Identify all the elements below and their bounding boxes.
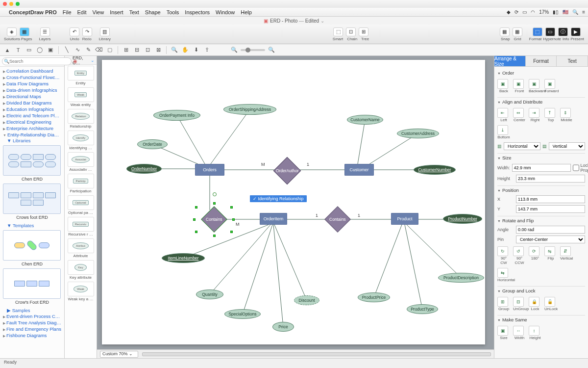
angle-input[interactable] bbox=[516, 226, 585, 234]
attribute[interactable]: ProductPrice bbox=[358, 292, 390, 302]
upload-icon[interactable]: ◆ bbox=[507, 9, 511, 15]
present-button[interactable]: ▶ bbox=[571, 27, 581, 36]
tree-item[interactable]: ▶Fault Tree Analysis Diagrams bbox=[0, 319, 64, 326]
group-tool[interactable]: ⊡ bbox=[143, 46, 152, 54]
flip-v-button[interactable]: ⇵ bbox=[560, 246, 571, 256]
lock-prop-checkbox[interactable] bbox=[573, 164, 579, 172]
selection-handle[interactable] bbox=[195, 206, 197, 209]
order-front-button[interactable]: ▣ bbox=[513, 79, 524, 89]
zoom-out-btn[interactable]: 🔍 bbox=[230, 46, 239, 54]
solutions-tree[interactable]: ▶Correlation Dashboard▶Cross-Functional … bbox=[0, 67, 64, 358]
tree-item-erd[interactable]: ▼Entity-Relationship Diagram bbox=[0, 131, 64, 138]
tree-item[interactable]: ▶Data Flow Diagrams bbox=[0, 80, 64, 87]
entity-orders[interactable]: Orders bbox=[195, 164, 224, 176]
line-tool[interactable]: ╲ bbox=[62, 46, 71, 54]
redo-button[interactable]: ↷ bbox=[82, 27, 92, 36]
selection-handle[interactable] bbox=[232, 218, 235, 221]
grid-button[interactable]: ▦ bbox=[513, 27, 522, 36]
lib-item[interactable]: IdentifyIdentifying … bbox=[66, 131, 96, 150]
attribute[interactable]: ProductNumber bbox=[443, 214, 482, 224]
lib-dropdown-icon[interactable]: ⌄ bbox=[91, 58, 95, 63]
fill-tool[interactable]: ▣ bbox=[46, 46, 55, 54]
h-scrollbar[interactable] bbox=[142, 352, 491, 356]
menu-insert[interactable]: Insert bbox=[110, 9, 123, 15]
menu-inspectors[interactable]: Inspectors bbox=[185, 9, 210, 15]
lib-item[interactable]: RecursivRecursive r … bbox=[66, 217, 96, 237]
attribute[interactable]: ProductType bbox=[407, 304, 438, 314]
attribute[interactable]: CustomerNumber bbox=[414, 165, 456, 175]
same-height-button[interactable]: ↕ bbox=[529, 326, 539, 336]
selection-handle[interactable] bbox=[230, 231, 233, 233]
canvas[interactable]: OrdersCustomerOrderItemProductOrderPayme… bbox=[97, 56, 494, 358]
thumb-crows[interactable] bbox=[3, 184, 61, 214]
tree-item[interactable]: ▶Education Infographics bbox=[0, 106, 64, 112]
attribute[interactable]: CustomerAddress bbox=[397, 129, 439, 138]
align-top-button[interactable]: ⤒ bbox=[544, 108, 555, 118]
tree-item[interactable]: ▶Data-driven Infographics bbox=[0, 87, 64, 93]
entity-customer[interactable]: Customer bbox=[344, 164, 374, 176]
order-forward-button[interactable]: ▣ bbox=[544, 79, 555, 89]
format-button[interactable]: ⬚ bbox=[533, 27, 542, 36]
attribute[interactable]: SpecialOptions bbox=[224, 309, 261, 319]
tree-sub-samples[interactable]: ▶ Samples bbox=[0, 308, 64, 313]
attribute[interactable]: OrderShippingAddress bbox=[223, 104, 276, 115]
pos-x-input[interactable] bbox=[516, 195, 585, 203]
menu-file[interactable]: File bbox=[63, 9, 72, 15]
pos-y-input[interactable] bbox=[516, 205, 585, 213]
align-middle-button[interactable]: ⇕ bbox=[560, 108, 571, 118]
selection-handle[interactable] bbox=[230, 206, 233, 209]
lib-item[interactable]: OptionalOptional pa … bbox=[66, 195, 96, 215]
tree-button[interactable]: ⊞ bbox=[359, 27, 368, 36]
lib-item[interactable]: ParticipParticipation bbox=[66, 174, 96, 193]
crop-tool[interactable]: ▢ bbox=[105, 46, 114, 54]
menu-help[interactable]: Help bbox=[241, 9, 252, 15]
rot-ccw-button[interactable]: ↺ bbox=[513, 246, 524, 256]
thumb-crows2[interactable] bbox=[3, 268, 61, 299]
tree-item[interactable]: ▶Electric and Telecom Plans bbox=[0, 112, 64, 119]
minimize-window-icon[interactable] bbox=[9, 2, 13, 6]
share-icon[interactable]: ⇪ bbox=[202, 46, 211, 54]
align-bottom-button[interactable]: ⤓ bbox=[497, 125, 508, 135]
search-opts-icon[interactable]: ◉ bbox=[73, 58, 77, 64]
attribute[interactable]: OrderDate bbox=[137, 139, 168, 149]
unlock-button[interactable]: 🔓 bbox=[544, 297, 555, 307]
zoom-out-icon[interactable]: 🔍 bbox=[170, 46, 179, 54]
selection-handle[interactable] bbox=[193, 218, 196, 221]
selection-handle[interactable] bbox=[213, 235, 216, 237]
relationship[interactable]: Contains bbox=[201, 206, 227, 233]
flip-h-button[interactable]: ⇆ bbox=[497, 268, 508, 278]
layers-button[interactable]: ☰ bbox=[40, 27, 50, 36]
menu-view[interactable]: View bbox=[93, 9, 104, 15]
selection-handle[interactable] bbox=[213, 202, 216, 205]
wifi-icon[interactable]: ◠ bbox=[531, 9, 535, 15]
tree-item[interactable]: ▶Electrical Engineering bbox=[0, 119, 64, 125]
menu-tools[interactable]: Tools bbox=[167, 9, 179, 15]
close-window-icon[interactable] bbox=[3, 2, 7, 6]
smart-tag[interactable]: ✓ Identifying Relationship bbox=[250, 195, 307, 202]
flip-button[interactable]: ⇋ bbox=[544, 246, 555, 256]
thumb-chen[interactable] bbox=[3, 145, 61, 176]
hypernote-button[interactable]: ▭ bbox=[545, 27, 555, 36]
group-button[interactable]: ⊞ bbox=[497, 297, 508, 307]
distribute-tool[interactable]: ⊟ bbox=[132, 46, 141, 54]
ungroup-tool[interactable]: ⊠ bbox=[154, 46, 163, 54]
tab-arrange[interactable]: Arrange & Size bbox=[494, 56, 526, 66]
pen-tool[interactable]: ✎ bbox=[84, 46, 93, 54]
lib-item[interactable]: EntityEntity bbox=[66, 66, 96, 85]
attribute[interactable]: Quantity bbox=[196, 289, 223, 299]
undo-button[interactable]: ↶ bbox=[70, 27, 79, 36]
attribute[interactable]: Price bbox=[272, 322, 294, 332]
info-button[interactable]: ⓘ bbox=[558, 27, 568, 36]
tree-item[interactable]: ▶Correlation Dashboard bbox=[0, 68, 64, 74]
attribute[interactable]: CustomerName bbox=[347, 115, 383, 125]
search-input[interactable] bbox=[2, 57, 72, 65]
menu-text[interactable]: Text bbox=[129, 9, 139, 15]
same-size-button[interactable]: ▣ bbox=[497, 326, 508, 336]
align-right-button[interactable]: ⇥ bbox=[529, 108, 539, 118]
sync-icon[interactable]: ⟳ bbox=[514, 9, 518, 15]
pointer-tool[interactable]: ▲ bbox=[3, 46, 12, 54]
zoom-slider[interactable] bbox=[241, 49, 265, 51]
rot-180-button[interactable]: ⟳ bbox=[529, 246, 539, 256]
selection-handle[interactable] bbox=[195, 231, 197, 233]
pin-select[interactable]: Center-Center bbox=[516, 236, 585, 243]
